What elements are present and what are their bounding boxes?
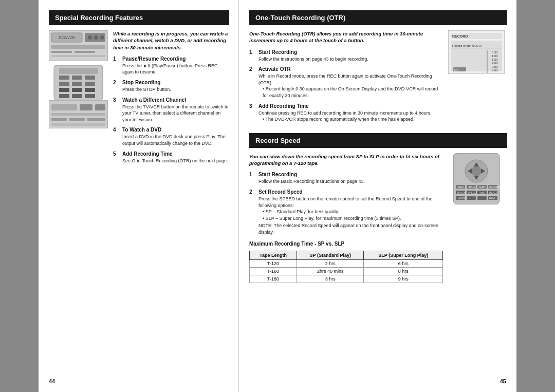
svg-rect-29 xyxy=(95,104,105,110)
dvd-player-image xyxy=(49,100,108,131)
svg-rect-28 xyxy=(80,104,92,110)
step-title: Stop Recording xyxy=(122,80,229,85)
svg-text:TITLE: TITLE xyxy=(469,185,476,189)
svg-point-52 xyxy=(471,166,482,176)
step-title: Pause/Resume Recording xyxy=(122,56,229,62)
page-number-right: 45 xyxy=(500,378,506,384)
record-speed-remote-image: REC TITLE SUBT SCRNFMT TRACK SPEED TIMER… xyxy=(448,153,507,206)
svg-text:TIMER: TIMER xyxy=(478,191,487,194)
step-content: Watch a Different Channel Press the TV/V… xyxy=(122,97,229,123)
svg-rect-32 xyxy=(69,118,85,121)
svg-rect-15 xyxy=(72,76,82,80)
record-speed-intro: You can slow down the recording speed fr… xyxy=(249,153,443,167)
step-number: 2 xyxy=(249,189,256,195)
table-cell: 6 hrs xyxy=(364,259,443,267)
svg-text:RECORD: RECORD xyxy=(452,34,468,38)
otr-section: One-Touch Recording (OTR) One-Touch Reco… xyxy=(249,10,507,127)
steps-area: 1 Pause/Resume Recording Press the ►II (… xyxy=(113,56,229,164)
left-text-area: While a recording is in progress, you ca… xyxy=(113,30,229,168)
list-item: 2 Stop Recording Press the STOP button. xyxy=(113,80,229,93)
svg-point-7 xyxy=(100,35,104,40)
step-content: Activate OTR While in Record mode, press… xyxy=(258,66,443,99)
svg-rect-22 xyxy=(85,88,95,92)
svg-text:Record  length  0:30    07: Record length 0:30 07 xyxy=(452,44,483,47)
svg-text:TRACK: TRACK xyxy=(457,191,466,194)
table-cell: 9 hrs xyxy=(364,275,443,283)
step-desc: Press the ►II (Play/Pause) button. Press… xyxy=(122,63,229,76)
list-item: 3 Watch a Different Channel Press the TV… xyxy=(113,97,229,123)
step-title: Set Record Speed xyxy=(258,189,443,195)
table-row: T-1202 hrs6 hrs xyxy=(250,259,443,267)
step-desc: Insert a DVD in the DVD deck and press P… xyxy=(122,134,229,146)
step-number: 2 xyxy=(249,66,256,72)
svg-rect-20 xyxy=(59,88,69,92)
record-speed-image-area: REC TITLE SUBT SCRNFMT TRACK SPEED TIMER… xyxy=(448,153,507,283)
otr-content: One-Touch Recording (OTR) allows you to … xyxy=(249,30,507,127)
otr-header: One-Touch Recording (OTR) xyxy=(249,10,507,25)
step-desc: Press the SPEED button on the remote con… xyxy=(258,196,443,209)
svg-rect-34 xyxy=(51,123,105,126)
list-item: 2 Activate OTR While in Record mode, pre… xyxy=(249,66,443,99)
svg-text:SPEED: SPEED xyxy=(468,191,476,194)
list-item: 5 Add Recording Time See One-Touch Recor… xyxy=(113,151,229,164)
svg-rect-25 xyxy=(85,94,95,98)
svg-rect-17 xyxy=(59,82,69,86)
step-content: Stop Recording Press the STOP button. xyxy=(122,80,229,93)
step-desc: While in Record mode, press the REC butt… xyxy=(258,73,443,86)
otr-text-area: One-Touch Recording (OTR) allows you to … xyxy=(249,30,443,127)
step-content: Start Recording Follow the instructions … xyxy=(258,49,443,63)
step-title: Add Recording Time xyxy=(258,103,443,109)
page-number-left: 44 xyxy=(49,378,55,384)
table-cell: 2hrs 40 mins xyxy=(297,267,364,275)
svg-rect-19 xyxy=(85,82,95,86)
svg-rect-18 xyxy=(72,82,82,86)
bullet-point: • Record length 0:30 appears on the On-S… xyxy=(263,86,443,99)
step-content: Add Recording Time Continue pressing REC… xyxy=(258,103,443,123)
list-item: 1 Pause/Resume Recording Press the ►II (… xyxy=(113,56,229,76)
step-title: Watch a Different Channel xyxy=(122,97,229,103)
svg-text:SUBT: SUBT xyxy=(479,185,486,189)
svg-rect-16 xyxy=(85,76,95,80)
svg-rect-67 xyxy=(477,196,487,200)
list-item: 1 Start Recording Follow the Basic Recor… xyxy=(249,172,443,185)
table-header-cell: SLP (Super Long Play) xyxy=(364,251,443,259)
max-recording-title: Maximum Recording Time - SP vs. SLP xyxy=(249,241,443,247)
svg-rect-21 xyxy=(72,88,82,92)
record-speed-title: Record Speed xyxy=(255,137,300,144)
record-speed-steps: 1 Start Recording Follow the Basic Recor… xyxy=(249,172,443,235)
otr-display-image: RECORD Record length 0:30 07 0:30 1:00 1… xyxy=(448,30,507,75)
svg-rect-23 xyxy=(59,94,69,98)
svg-text:4:00: 4:00 xyxy=(492,69,498,72)
table-cell: 3 hrs xyxy=(297,275,364,283)
special-recording-title: Special Recording Features xyxy=(55,14,143,22)
note-text: NOTE: The selected Record Speed will app… xyxy=(258,222,443,235)
svg-rect-8 xyxy=(51,45,105,49)
svg-rect-10 xyxy=(75,51,95,53)
recording-table: Tape LengthSP (Standard Play)SLP (Super … xyxy=(249,251,443,283)
right-side-panel xyxy=(516,0,555,392)
svg-rect-13 xyxy=(59,68,98,74)
bullet-point: • The DVD-VCR stops recording automatica… xyxy=(263,116,443,123)
svg-rect-66 xyxy=(467,196,476,200)
step-desc: Press the STOP button. xyxy=(122,86,229,93)
vcr-image: DVD/VCR xyxy=(49,30,108,61)
svg-rect-27 xyxy=(51,104,77,110)
otr-image-area: RECORD Record length 0:30 07 0:30 1:00 1… xyxy=(448,30,507,127)
svg-text:1:00: 1:00 xyxy=(492,54,498,58)
step-number: 1 xyxy=(249,172,256,177)
step-content: To Watch a DVD Insert a DVD in the DVD d… xyxy=(122,127,229,146)
svg-rect-33 xyxy=(87,118,105,121)
table-header-row: Tape LengthSP (Standard Play)SLP (Super … xyxy=(250,251,443,259)
record-speed-section: Record Speed You can slow down the recor… xyxy=(249,133,507,283)
step-desc: Follow the Basic Recording instructions … xyxy=(258,178,443,185)
record-speed-header: Record Speed xyxy=(249,133,507,148)
svg-text:3:00: 3:00 xyxy=(492,65,498,68)
svg-rect-14 xyxy=(59,76,69,80)
special-recording-header: Special Recording Features xyxy=(49,10,229,25)
step-content: Start Recording Follow the Basic Recordi… xyxy=(258,172,443,185)
step-title: To Watch a DVD xyxy=(122,127,229,133)
step-desc: See One-Touch Recording (OTR) on the nex… xyxy=(122,158,229,164)
bullet-point: • SLP – Super Long Play, for maximum rec… xyxy=(263,215,443,222)
max-recording-area: Maximum Recording Time - SP vs. SLP Tape… xyxy=(249,241,443,283)
svg-rect-47 xyxy=(487,50,488,73)
